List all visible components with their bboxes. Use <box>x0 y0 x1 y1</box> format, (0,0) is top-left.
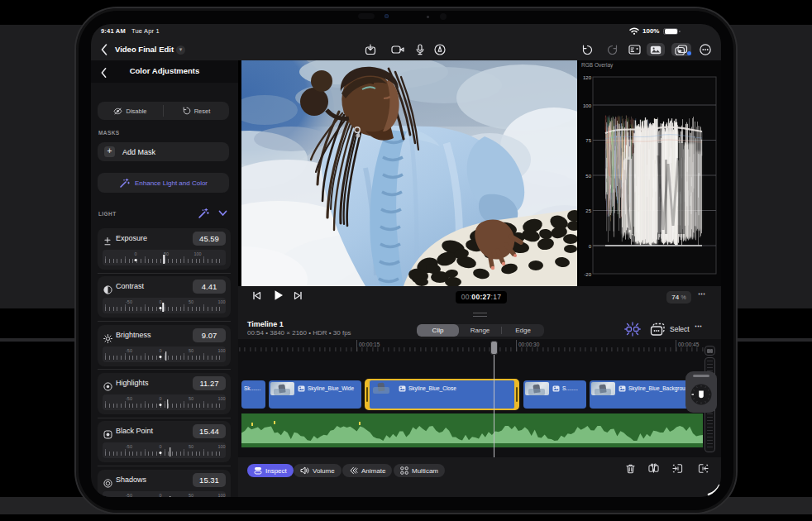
svg-text:-20: -20 <box>584 272 591 277</box>
svg-text:75: 75 <box>585 138 591 143</box>
svg-text:50: 50 <box>585 174 591 179</box>
svg-text:RGB Overlay: RGB Overlay <box>581 62 614 69</box>
svg-text:120: 120 <box>583 75 592 80</box>
svg-text:100: 100 <box>583 103 592 108</box>
svg-text:25: 25 <box>585 208 591 213</box>
svg-text:0: 0 <box>589 244 592 249</box>
